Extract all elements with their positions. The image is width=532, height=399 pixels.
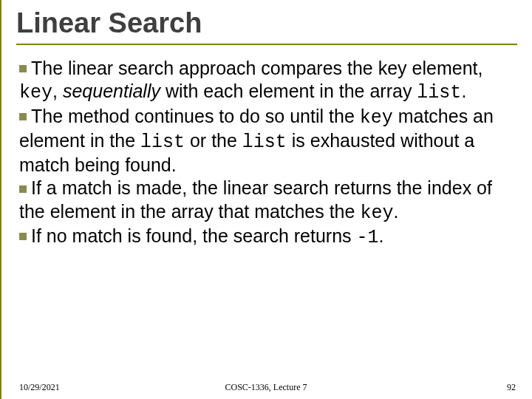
b2-code1: key xyxy=(360,107,393,129)
b1-ital: sequentially xyxy=(63,81,160,101)
footer-date: 10/29/2021 xyxy=(19,382,60,393)
bullet-icon xyxy=(19,185,27,193)
b1-code2: list xyxy=(417,82,461,103)
footer: 10/29/2021 COSC-1336, Lecture 7 92 xyxy=(0,382,532,393)
b1-mid1: , xyxy=(52,81,63,101)
footer-center: COSC-1336, Lecture 7 xyxy=(225,382,307,393)
b4-code1: -1 xyxy=(357,227,379,248)
b4-post: . xyxy=(379,225,384,246)
title-rule xyxy=(16,44,517,45)
b2-mid2: or the xyxy=(185,130,242,151)
b2-code3: list xyxy=(242,132,287,153)
page-title: Linear Search xyxy=(16,7,517,41)
body-text: The linear search approach compares the … xyxy=(16,57,517,249)
b3-post: . xyxy=(393,201,398,222)
slide: Linear Search The linear search approach… xyxy=(0,0,532,399)
bullet-icon xyxy=(19,233,27,240)
b1-pre: The linear search approach compares the … xyxy=(31,58,482,78)
bullet-icon xyxy=(19,113,27,120)
footer-page: 92 xyxy=(507,382,516,393)
b1-code1: key xyxy=(19,82,52,103)
b4-pre: If no match is found, the search returns xyxy=(31,225,357,246)
b3-code1: key xyxy=(360,202,393,224)
b2-code2: list xyxy=(140,132,185,153)
bullet-icon xyxy=(19,65,27,72)
b3-pre: If a match is made, the linear search re… xyxy=(19,177,492,221)
b1-post: . xyxy=(461,81,466,101)
b2-pre: The method continues to do so until the xyxy=(31,106,360,126)
b1-mid2: with each element in the array xyxy=(160,81,417,101)
